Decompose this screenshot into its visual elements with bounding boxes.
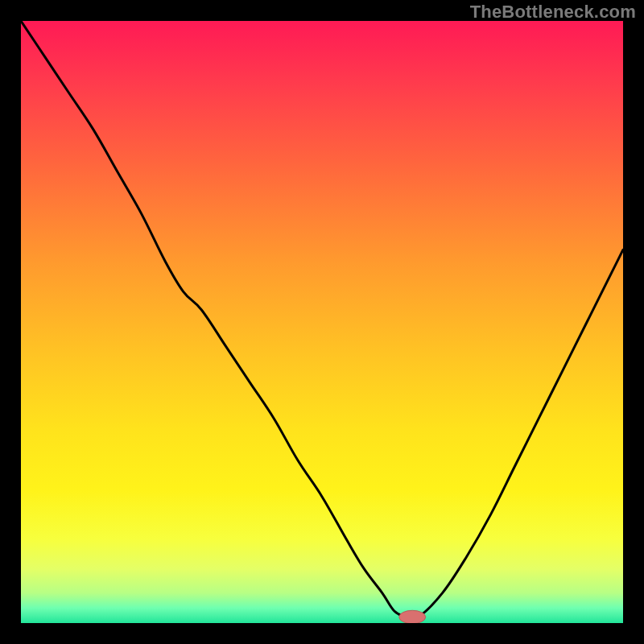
plot-area [21, 21, 623, 623]
chart-frame: TheBottleneck.com [0, 0, 644, 644]
watermark-text: TheBottleneck.com [470, 2, 636, 23]
gradient-background [21, 21, 623, 623]
optimal-point-marker [399, 610, 426, 623]
chart-svg [21, 21, 623, 623]
